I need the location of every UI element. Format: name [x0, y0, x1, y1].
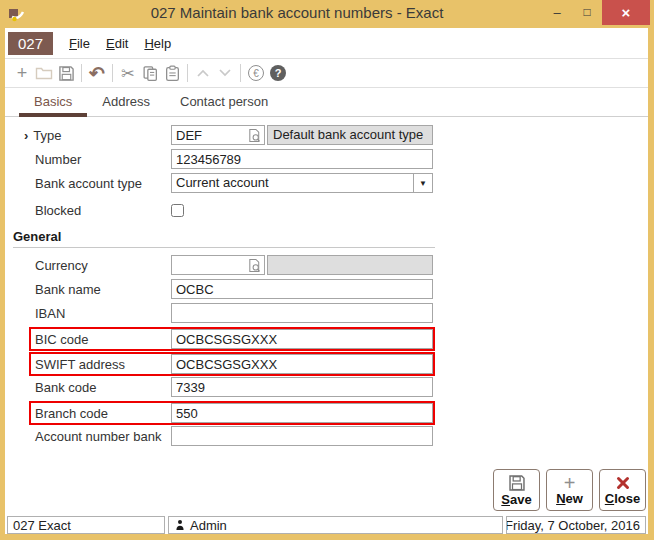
blocked-label: Blocked: [35, 203, 171, 218]
toolbar-separator: [81, 64, 82, 82]
bic-code-label: BIC code: [35, 332, 171, 347]
type-label: › Type: [35, 128, 171, 143]
minimize-button[interactable]: –: [542, 0, 572, 24]
menu-help[interactable]: Help: [144, 36, 171, 51]
currency-browse-icon[interactable]: [244, 256, 264, 274]
iban-label: IBAN: [35, 306, 171, 321]
row-bank-name: Bank name: [35, 279, 433, 299]
blocked-checkbox[interactable]: [171, 204, 184, 217]
type-input[interactable]: [172, 128, 244, 143]
save-icon[interactable]: [55, 62, 77, 84]
status-module: 027 Exact: [7, 516, 165, 534]
app-window: 027 Maintain bank account numbers - Exac…: [0, 0, 654, 540]
new-button[interactable]: + New: [546, 469, 593, 511]
row-currency: Currency: [35, 255, 433, 275]
user-icon: [174, 518, 186, 532]
required-arrow-icon: ›: [24, 128, 28, 143]
bank-name-label: Bank name: [35, 282, 171, 297]
exact-logo-icon: [8, 6, 26, 22]
close-action-button[interactable]: Close: [599, 469, 646, 511]
status-user: Admin: [168, 516, 503, 534]
bank-name-input[interactable]: [171, 279, 433, 299]
save-button[interactable]: Save: [493, 469, 540, 511]
type-lookup: [171, 125, 265, 145]
menu-edit[interactable]: Edit: [106, 36, 128, 51]
window-title: 027 Maintain bank account numbers - Exac…: [60, 4, 534, 21]
account-number-bank-label: Account number bank: [35, 429, 171, 444]
row-iban: IBAN: [35, 303, 433, 323]
type-description: Default bank account type: [267, 125, 433, 145]
copy-icon[interactable]: [139, 62, 161, 84]
number-input[interactable]: [171, 149, 433, 169]
currency-input[interactable]: [172, 258, 244, 273]
euro-icon[interactable]: €: [245, 62, 267, 84]
row-swift-address-highlighted: SWIFT address: [29, 352, 435, 376]
currency-description: [267, 255, 433, 275]
row-bank-account-type: Bank account type Current account ▼: [35, 173, 433, 193]
status-bar: 027 Exact Admin Friday, 7 October, 2016: [5, 516, 648, 534]
toolbar: + ↶ ✂ €: [5, 59, 648, 87]
bank-account-type-label: Bank account type: [35, 176, 171, 191]
section-general: General: [13, 229, 435, 248]
move-down-icon: [214, 62, 236, 84]
tab-contact-person[interactable]: Contact person: [165, 94, 283, 116]
bank-account-type-select[interactable]: Current account ▼: [171, 173, 433, 193]
tab-strip: Basics Address Contact person: [5, 88, 648, 117]
row-bic-code-highlighted: BIC code: [29, 327, 435, 351]
currency-label: Currency: [35, 258, 171, 273]
close-button[interactable]: ×: [602, 0, 650, 25]
row-bank-code: Bank code: [35, 377, 433, 397]
iban-input[interactable]: [171, 303, 433, 323]
status-user-name: Admin: [190, 518, 227, 533]
row-account-number-bank: Account number bank: [35, 426, 433, 446]
paste-icon[interactable]: [161, 62, 183, 84]
bank-code-input[interactable]: [171, 377, 433, 397]
currency-lookup: [171, 255, 265, 275]
cut-icon[interactable]: ✂: [117, 62, 139, 84]
bic-code-input[interactable]: [171, 329, 433, 349]
client-area: 027 File Edit Help + ↶ ✂: [5, 28, 648, 534]
help-icon[interactable]: ?: [267, 62, 289, 84]
swift-address-label: SWIFT address: [35, 357, 171, 372]
toolbar-separator: [240, 64, 241, 82]
module-badge: 027: [8, 32, 53, 55]
move-up-icon: [192, 62, 214, 84]
bank-code-label: Bank code: [35, 380, 171, 395]
status-date: Friday, 7 October, 2016: [506, 516, 646, 534]
new-icon[interactable]: +: [11, 62, 33, 84]
row-blocked: Blocked: [35, 200, 433, 220]
row-number: Number: [35, 149, 433, 169]
close-button-label: Close: [605, 492, 640, 505]
save-button-label: Save: [501, 493, 531, 506]
undo-icon[interactable]: ↶: [86, 62, 108, 84]
open-folder-icon[interactable]: [33, 62, 55, 84]
row-type: › Type Default bank account type: [35, 125, 433, 145]
type-label-text: Type: [33, 128, 61, 143]
action-buttons: Save + New Close: [493, 469, 646, 511]
new-plus-icon: +: [564, 475, 576, 491]
toolbar-separator: [112, 64, 113, 82]
row-branch-code-highlighted: Branch code: [29, 401, 435, 425]
close-x-icon: [615, 475, 631, 491]
chevron-down-icon[interactable]: ▼: [413, 174, 432, 192]
swift-address-input[interactable]: [171, 354, 433, 374]
menu-bar: 027 File Edit Help: [5, 28, 648, 58]
menu-file[interactable]: File: [69, 36, 90, 51]
toolbar-separator: [187, 64, 188, 82]
branch-code-label: Branch code: [35, 406, 171, 421]
type-browse-icon[interactable]: [244, 126, 264, 144]
bank-account-type-value: Current account: [172, 174, 413, 192]
maximize-button[interactable]: □: [572, 0, 602, 24]
new-button-label: New: [556, 492, 583, 505]
branch-code-input[interactable]: [171, 403, 433, 423]
save-floppy-icon: [508, 474, 526, 492]
account-number-bank-input[interactable]: [171, 426, 433, 446]
number-label: Number: [35, 152, 171, 167]
form-basics: › Type Default bank account type Number …: [5, 117, 648, 446]
tab-basics[interactable]: Basics: [19, 94, 87, 116]
tab-address[interactable]: Address: [87, 94, 165, 116]
title-bar: 027 Maintain bank account numbers - Exac…: [0, 0, 654, 28]
window-controls: – □ ×: [542, 0, 650, 25]
